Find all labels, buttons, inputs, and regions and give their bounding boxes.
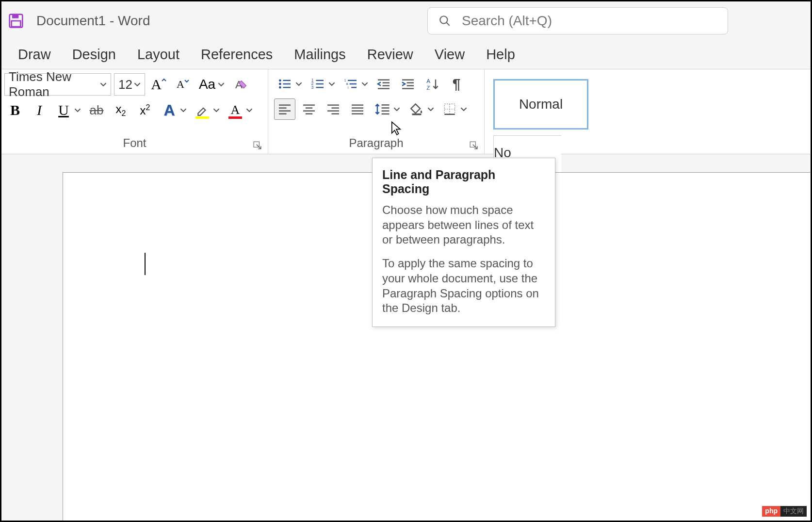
align-left-button[interactable] bbox=[274, 98, 295, 120]
search-box[interactable]: Search (Alt+Q) bbox=[427, 7, 728, 34]
font-name-combo[interactable]: Times New Roman bbox=[4, 73, 111, 96]
subscript-button[interactable]: x2 bbox=[110, 99, 131, 121]
tab-mailings[interactable]: Mailings bbox=[292, 44, 347, 65]
ribbon: Times New Roman 12 A A Aa bbox=[1, 69, 811, 154]
ribbon-tabs: Draw Design Layout References Mailings R… bbox=[1, 40, 811, 69]
svg-text:Z: Z bbox=[426, 84, 430, 91]
svg-point-11 bbox=[279, 86, 281, 89]
bullets-button[interactable] bbox=[274, 73, 304, 95]
chevron-down-icon bbox=[218, 81, 227, 88]
highlight-swatch bbox=[195, 116, 209, 119]
title-bar: Document1 - Word Search (Alt+Q) bbox=[1, 1, 811, 40]
grow-font-button[interactable]: A bbox=[148, 74, 169, 95]
font-size-combo[interactable]: 12 bbox=[114, 73, 145, 96]
change-case-button[interactable]: Aa bbox=[196, 74, 227, 95]
svg-point-9 bbox=[279, 83, 281, 85]
group-paragraph: 123 1ai AZ ¶ bbox=[268, 69, 485, 154]
text-cursor bbox=[145, 253, 146, 275]
dialog-launcher-icon[interactable] bbox=[253, 141, 262, 150]
decrease-indent-button[interactable] bbox=[373, 73, 394, 95]
watermark-right: 中文网 bbox=[780, 506, 807, 517]
justify-button[interactable] bbox=[347, 98, 368, 120]
document-title: Document1 - Word bbox=[36, 13, 150, 29]
svg-text:3: 3 bbox=[311, 85, 314, 90]
tooltip-text-1: Choose how much space appears between li… bbox=[382, 203, 545, 247]
tab-design[interactable]: Design bbox=[70, 44, 118, 65]
font-color-swatch bbox=[228, 116, 242, 119]
tooltip-line-spacing: Line and Paragraph Spacing Choose how mu… bbox=[372, 158, 555, 327]
chevron-down-icon bbox=[328, 81, 337, 87]
strikethrough-button[interactable]: ab bbox=[86, 99, 107, 121]
align-center-button[interactable] bbox=[298, 98, 320, 120]
italic-button[interactable]: I bbox=[29, 99, 50, 121]
numbering-button[interactable]: 123 bbox=[307, 73, 337, 95]
search-placeholder: Search (Alt+Q) bbox=[462, 13, 552, 29]
search-icon bbox=[438, 15, 462, 27]
chevron-down-icon bbox=[180, 107, 189, 114]
chevron-down-icon bbox=[295, 81, 304, 87]
chevron-down-icon bbox=[393, 106, 402, 113]
font-color-button[interactable]: A bbox=[225, 99, 255, 121]
watermark-left: php bbox=[762, 506, 780, 517]
tab-draw[interactable]: Draw bbox=[16, 44, 53, 65]
clear-formatting-button[interactable]: A bbox=[229, 74, 251, 95]
watermark: php 中文网 bbox=[762, 506, 807, 517]
font-name-value: Times New Roman bbox=[9, 69, 100, 99]
svg-rect-2 bbox=[12, 21, 21, 27]
svg-point-3 bbox=[440, 16, 447, 23]
tab-review[interactable]: Review bbox=[365, 44, 415, 65]
sort-button[interactable]: AZ bbox=[422, 73, 443, 95]
svg-rect-1 bbox=[12, 15, 18, 18]
chevron-down-icon bbox=[361, 81, 370, 87]
chevron-down-icon bbox=[134, 81, 141, 88]
shrink-font-button[interactable]: A bbox=[172, 74, 194, 95]
chevron-down-icon bbox=[460, 106, 469, 113]
tab-layout[interactable]: Layout bbox=[135, 44, 181, 65]
chevron-down-icon bbox=[246, 107, 255, 114]
dialog-launcher-icon[interactable] bbox=[470, 141, 478, 150]
underline-button[interactable]: U bbox=[53, 99, 83, 121]
tooltip-text-2: To apply the same spacing to your whole … bbox=[382, 256, 545, 316]
group-styles: Normal No Spacing Styles bbox=[485, 69, 811, 154]
mouse-cursor-icon bbox=[390, 121, 402, 135]
borders-button[interactable] bbox=[439, 98, 469, 120]
align-right-button[interactable] bbox=[323, 98, 344, 120]
chevron-down-icon bbox=[213, 107, 222, 114]
tab-references[interactable]: References bbox=[199, 44, 275, 65]
svg-point-7 bbox=[279, 79, 281, 82]
highlight-color-button[interactable] bbox=[192, 99, 222, 121]
increase-indent-button[interactable] bbox=[397, 73, 419, 95]
chevron-down-icon bbox=[100, 81, 107, 88]
style-normal[interactable]: Normal bbox=[493, 79, 588, 130]
superscript-button[interactable]: x2 bbox=[134, 99, 156, 121]
line-spacing-button[interactable] bbox=[371, 98, 403, 120]
shading-button[interactable] bbox=[406, 98, 436, 120]
show-hide-paragraph-button[interactable]: ¶ bbox=[446, 73, 467, 95]
group-label-paragraph: Paragraph bbox=[349, 136, 403, 150]
bold-button[interactable]: B bbox=[4, 99, 26, 121]
tab-help[interactable]: Help bbox=[484, 44, 517, 65]
svg-text:i: i bbox=[348, 85, 349, 90]
tab-view[interactable]: View bbox=[433, 44, 467, 65]
text-effects-button[interactable]: A bbox=[159, 99, 189, 121]
tooltip-title: Line and Paragraph Spacing bbox=[382, 168, 545, 196]
font-size-value: 12 bbox=[118, 77, 132, 92]
chevron-down-icon bbox=[74, 107, 83, 114]
group-font: Times New Roman 12 A A Aa bbox=[1, 69, 268, 154]
multilevel-list-button[interactable]: 1ai bbox=[340, 73, 370, 95]
save-icon[interactable] bbox=[8, 13, 24, 29]
chevron-down-icon bbox=[427, 106, 436, 113]
group-label-font: Font bbox=[123, 136, 146, 150]
svg-line-4 bbox=[446, 22, 450, 26]
svg-text:A: A bbox=[426, 78, 430, 84]
